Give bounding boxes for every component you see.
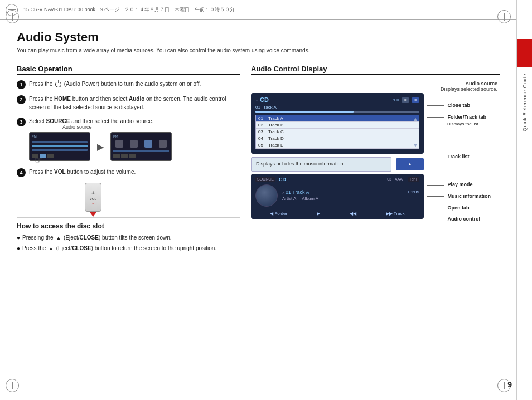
step-2-text: Press the HOME button and then select Au… — [29, 95, 240, 111]
screen1-btn3 — [47, 154, 54, 158]
folder-track-text: Folder/Track tab — [448, 114, 487, 120]
right-sidebar: Quick Reference Guide — [516, 0, 532, 400]
track-num-4: 04 — [258, 136, 268, 141]
track-name-2: Track B — [268, 123, 417, 128]
eject-icon-2: ▲ — [49, 245, 54, 253]
track-num-5: 05 — [258, 143, 268, 148]
bottom-cd-display: SOURCE CD 03 AAA RPT ♪ — [251, 174, 424, 219]
close-tab-text: Close tab — [448, 103, 471, 108]
track-list: 01 Track A 02 Track B 03 — [255, 115, 419, 149]
track-row-4: 04 Track D — [256, 135, 419, 142]
disc-header: How to access the disc slot — [17, 222, 240, 230]
cd-top-bar: ♪ CD :00 × ≡ — [255, 96, 419, 103]
vol-label: VOL — [90, 197, 96, 201]
cd2-rpt-label: RPT — [408, 177, 419, 182]
mock-screen-2: FM — [110, 132, 172, 161]
power-icon — [55, 81, 61, 87]
diagram-wrapper: ♪ CD :00 × ≡ — [251, 93, 500, 227]
folder-back-icon: ◀ — [270, 211, 273, 216]
track-back-btn[interactable]: ◀◀ — [350, 211, 356, 216]
cd2-playing-text: 01 Track A — [286, 189, 309, 195]
screen1-label: FM — [32, 135, 88, 138]
music-info-toggle-btn[interactable]: ▲ — [396, 158, 424, 170]
track-row-3: 03 Track C — [256, 129, 419, 135]
page-subtitle: You can play music from a wide array of … — [17, 47, 500, 55]
music-info-line — [427, 196, 444, 197]
folder-track-desc: Displays the list. — [427, 121, 480, 126]
cd2-track-playing: ♪ 01 Track A 01:09 — [282, 189, 419, 195]
folder-track-label: Folder/Track tab Displays the list. — [427, 114, 500, 128]
two-column-layout: Basic Operation 1 Press the (Audio Power… — [17, 65, 500, 255]
cd-track-display: 01 Track A — [255, 105, 277, 110]
cd2-meta: Artist A Album A — [282, 196, 419, 201]
disc-bullet-1: ● — [17, 233, 20, 242]
folder-fwd-btn[interactable]: ▶ — [317, 211, 320, 216]
disc-item-1: ● Pressing the ▲ (Eject/CLOSE) button ti… — [17, 233, 240, 242]
track-name-3: Track C — [268, 129, 417, 134]
cd-current-track: 01 Track A — [255, 105, 419, 110]
screen2-btn1 — [113, 154, 120, 158]
toggle-icon: ▲ — [408, 162, 412, 167]
step-3: 3 Select SOURCE and then select the audi… — [17, 117, 240, 126]
track-num-2: 02 — [258, 123, 268, 128]
track-name-5: Track E — [268, 143, 417, 148]
right-column: Audio Control Display Audio source Displ… — [251, 65, 500, 255]
vol-plus-label: + — [91, 190, 95, 196]
folder-track-tab-btn[interactable]: ≡ — [412, 97, 419, 103]
audio-control-label: Audio control — [427, 216, 500, 223]
step-4-num: 4 — [17, 168, 26, 177]
play-mode-label: Play mode — [427, 181, 500, 188]
audio-source-ann-label: Audio source — [441, 81, 497, 86]
cd2-top-bar: SOURCE CD 03 AAA RPT — [255, 177, 419, 182]
scroll-arrows: ▲ ▼ — [413, 115, 418, 149]
disc-item-2: ● Press the ▲ (Eject/CLOSE) button to re… — [17, 244, 240, 252]
section-divider — [17, 217, 240, 218]
folder-back-btn[interactable]: ◀ Folder — [270, 211, 287, 216]
finger-icon: ☞ — [35, 155, 42, 165]
cd2-label: CD — [279, 177, 286, 182]
vol-knob: + VOL − — [85, 183, 101, 212]
audio-source-area: Audio source FM — [29, 132, 240, 161]
audio-control-line — [427, 219, 444, 219]
top-bar-text: 15 CR-V NAVI-31T0A8100.book 9 ページ ２０１４年８… — [23, 6, 235, 13]
vol-minus-label: − — [92, 202, 94, 205]
cd2-music-icon: ♪ — [282, 191, 284, 194]
arrow-right-icon: ▶ — [97, 142, 104, 152]
track-fwd-btn[interactable]: ▶▶ Track — [386, 211, 405, 216]
sidebar-red-tab — [517, 39, 533, 67]
diagram-labels-right: Close tab Folder/Track tab Displays the … — [427, 93, 500, 227]
cd2-info: ♪ 01 Track A 01:09 Artist A Album A — [282, 189, 419, 201]
close-tab-btn[interactable]: × — [402, 97, 409, 103]
audio-control-header: Audio Control Display — [251, 65, 500, 75]
cd2-track-name-top: AAA — [395, 177, 403, 181]
music-info-text: Music information — [448, 193, 491, 199]
track-num-1: 01 — [258, 116, 268, 121]
disc-bullet-2: ● — [17, 244, 20, 252]
step-1: 1 Press the (Audio Power) button to turn… — [17, 80, 240, 89]
basic-operation-header: Basic Operation — [17, 65, 240, 75]
folder-track-line — [427, 117, 444, 118]
disc-item-1-text: Pressing the ▲ (Eject/CLOSE) button tilt… — [22, 233, 172, 242]
screen2-btn3 — [129, 154, 136, 158]
cd2-controls: ◀ Folder ▶ ◀◀ ▶▶ Track — [255, 209, 419, 216]
label-spacer-3 — [427, 164, 500, 181]
screen1-line1 — [32, 141, 88, 143]
open-tab-line — [427, 208, 444, 208]
scroll-up-arrow[interactable]: ▲ — [413, 116, 418, 122]
cd2-source-label: SOURCE — [255, 177, 275, 182]
label-spacer-2 — [427, 132, 500, 153]
screen2-icon1 — [115, 140, 123, 148]
track-list-wrapper: 01 Track A 02 Track B 03 — [255, 115, 419, 149]
screen2-icon3 — [144, 140, 152, 148]
audio-control-text: Audio control — [448, 216, 481, 222]
top-bar-crosshair — [6, 4, 18, 16]
track-fwd-icon: ▶▶ — [386, 211, 393, 216]
scroll-down-arrow[interactable]: ▼ — [413, 142, 418, 148]
track-num-3: 03 — [258, 129, 268, 134]
cd-label: CD — [260, 96, 269, 103]
cd2-time: 01:09 — [408, 189, 419, 194]
label-spacer-1 — [427, 93, 500, 102]
audio-source-annotation: Audio source Displays selected source. — [251, 81, 500, 92]
top-cd-display-wrapper: ♪ CD :00 × ≡ — [251, 93, 424, 154]
audio-source-label: Audio source — [62, 124, 92, 130]
